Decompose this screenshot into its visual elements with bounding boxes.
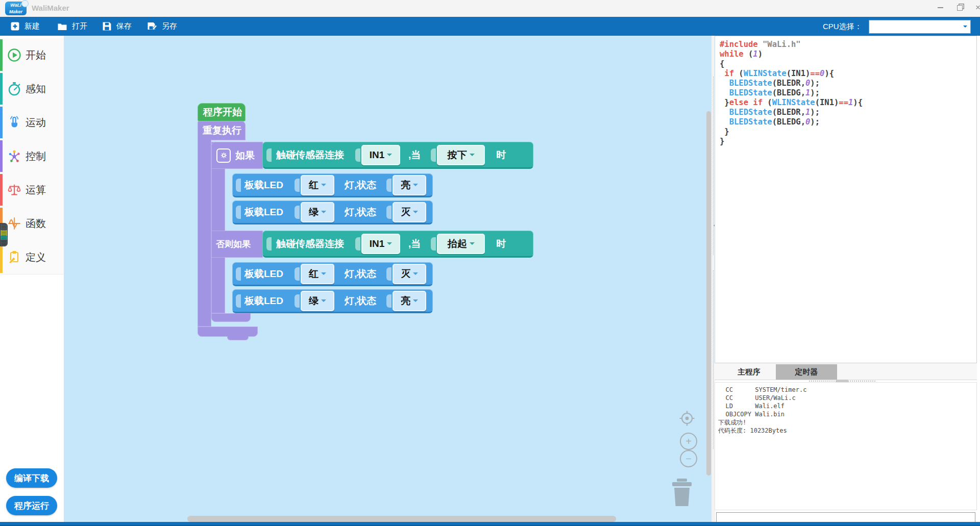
sidebar-item-label: 感知 — [26, 82, 46, 96]
save-as-button[interactable]: 另存 — [144, 17, 180, 36]
port-dropdown[interactable]: IN1 — [361, 234, 400, 254]
canvas-vertical-scrollbar[interactable] — [706, 111, 711, 475]
block-repeat-forever[interactable]: 重复执行 — [198, 121, 246, 140]
category-color-bar — [0, 73, 3, 105]
led-color-dropdown[interactable]: 绿 — [301, 202, 334, 222]
sidebar-item-operators[interactable]: 运算 — [0, 173, 64, 207]
led-state-dropdown[interactable]: 亮 — [393, 175, 426, 195]
block-label: 灯,状态 — [345, 294, 376, 308]
zoom-reset-button[interactable] — [678, 410, 696, 427]
puzzle-connector — [236, 294, 241, 308]
console-splitter[interactable] — [809, 381, 875, 382]
run-program-button[interactable]: 程序运行 — [6, 496, 57, 515]
dropdown-value: 亮 — [401, 179, 410, 192]
minimize-button[interactable] — [931, 0, 949, 15]
puzzle-connector — [386, 267, 391, 281]
block-onboard-led-2[interactable]: 板载LED 绿 灯,状态 灭 — [232, 201, 433, 224]
block-touch-sensor-condition-2[interactable]: 触碰传感器连接 IN1 ,当 抬起 时 — [262, 231, 533, 258]
repeat-block-spine[interactable] — [198, 140, 211, 327]
block-label: 灯,状态 — [345, 267, 376, 281]
led-color-dropdown[interactable]: 红 — [301, 175, 334, 195]
logo-bubble — [21, 0, 29, 7]
puzzle-connector — [355, 237, 360, 251]
block-touch-sensor-condition-1[interactable]: 触碰传感器连接 IN1 ,当 按下 时 — [262, 142, 533, 169]
block-label: 板载LED — [244, 267, 283, 281]
if-block-header[interactable]: 如果 — [211, 142, 263, 169]
led-state-dropdown[interactable]: 灭 — [393, 264, 426, 284]
dropdown-value: 灭 — [401, 206, 410, 219]
save-button[interactable]: 保存 — [99, 17, 135, 36]
plus-icon: + — [685, 436, 692, 447]
zoom-out-button[interactable]: − — [680, 450, 697, 467]
dropdown-value: 红 — [309, 179, 318, 192]
collapsed-panel-handle[interactable] — [0, 223, 8, 246]
minimize-icon — [938, 7, 943, 8]
zoom-in-button[interactable]: + — [680, 433, 697, 450]
save-icon — [102, 21, 112, 31]
crosshair-icon — [678, 410, 696, 427]
led-color-dropdown[interactable]: 绿 — [301, 291, 334, 311]
save-as-icon — [147, 21, 157, 31]
sidebar-item-label: 定义 — [26, 251, 46, 264]
tab-timer[interactable]: 定时器 — [776, 364, 837, 380]
repeat-block-notch[interactable] — [227, 336, 249, 340]
sidebar-item-label: 开始 — [26, 48, 46, 62]
code-editor: #include "WaLi.h"while (1){ if (WLINStat… — [715, 36, 976, 146]
block-onboard-led-4[interactable]: 板载LED 绿 灯,状态 亮 — [232, 289, 433, 313]
maximize-button[interactable] — [950, 0, 969, 15]
maximize-icon — [957, 5, 963, 11]
chevron-down-icon — [470, 242, 475, 247]
new-file-button[interactable]: 新建 — [7, 17, 43, 36]
puzzle-connector — [431, 237, 436, 251]
sidebar-item-label: 控制 — [26, 149, 46, 163]
gear-icon[interactable] — [216, 148, 231, 163]
sidebar-item-control[interactable]: 控制 — [0, 139, 64, 173]
port-dropdown[interactable]: IN1 — [361, 145, 400, 165]
compile-download-button[interactable]: 编译下载 — [6, 468, 57, 488]
block-label: 触碰传感器连接 — [276, 237, 344, 251]
puzzle-connector — [295, 267, 300, 281]
cpu-select-dropdown[interactable] — [869, 20, 971, 34]
cpu-select-label: CPU选择： — [823, 22, 862, 32]
led-state-dropdown[interactable]: 灭 — [393, 202, 426, 222]
splitter-dots — [713, 270, 714, 449]
repeat-block-bottom-arm[interactable] — [198, 327, 258, 337]
sidebar-item-functions[interactable]: 函数 — [0, 207, 64, 241]
chevron-down-icon — [413, 299, 418, 305]
chevron-down-icon — [321, 211, 326, 216]
state-dropdown[interactable]: 按下 — [437, 145, 485, 165]
window-bottom-border — [0, 522, 980, 526]
block-program-start[interactable]: 程序开始 — [198, 103, 246, 121]
block-label: ,当 — [408, 148, 421, 162]
dropdown-value: IN1 — [370, 149, 385, 161]
puzzle-connector — [266, 237, 272, 251]
tab-main-program[interactable]: 主程序 — [722, 365, 776, 379]
sidebar-item-start[interactable]: 开始 — [0, 38, 64, 72]
open-file-label: 打开 — [72, 21, 87, 31]
led-color-dropdown[interactable]: 红 — [301, 264, 334, 284]
elseif-block-header[interactable]: 否则如果 — [211, 231, 263, 258]
chevron-down-icon — [387, 242, 392, 247]
play-icon — [7, 47, 22, 63]
sidebar-item-sense[interactable]: 感知 — [0, 72, 64, 106]
sidebar-item-motion[interactable]: 运动 — [0, 106, 64, 140]
dropdown-value: 红 — [309, 267, 318, 281]
state-dropdown[interactable]: 抬起 — [437, 234, 485, 254]
new-file-label: 新建 — [24, 21, 40, 31]
close-button[interactable]: × — [969, 0, 980, 15]
category-color-bar — [0, 107, 3, 138]
touch-hand-icon — [7, 115, 22, 130]
sidebar-item-define[interactable]: 定义 — [0, 240, 64, 274]
block-workspace[interactable]: 程序开始 重复执行 如果 触碰传感器连接 IN1 ,当 按下 时 板载LED — [64, 36, 712, 523]
block-onboard-led-1[interactable]: 板载LED 红 灯,状态 亮 — [232, 173, 433, 197]
open-file-button[interactable]: 打开 — [54, 17, 90, 36]
if-block-bottom-arm[interactable] — [211, 313, 251, 322]
block-onboard-led-3[interactable]: 板载LED 红 灯,状态 灭 — [232, 262, 433, 286]
led-state-dropdown[interactable]: 亮 — [393, 291, 426, 311]
puzzle-connector — [386, 294, 391, 308]
main-toolbar: 新建 打开 保存 另存 CPU选择： — [0, 17, 980, 36]
canvas-horizontal-scrollbar[interactable] — [187, 516, 616, 522]
trash-button[interactable] — [670, 478, 694, 507]
generated-code-view: #include "WaLi.h"while (1){ if (WLINStat… — [715, 36, 977, 363]
compile-download-label: 编译下载 — [14, 472, 49, 484]
